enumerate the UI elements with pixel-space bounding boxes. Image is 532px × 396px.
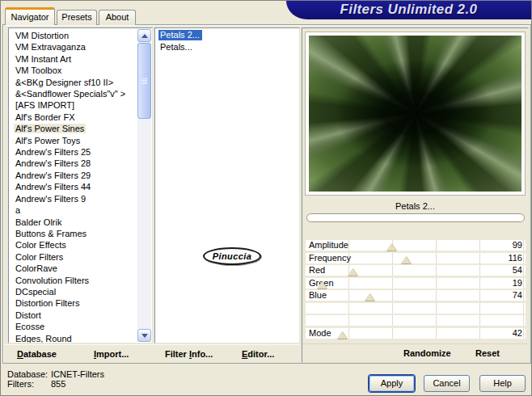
main-toolbar: Database Import... Filter Info... Editor… [4, 344, 300, 363]
category-list: VM DistortionVM ExtravaganzaVM Instant A… [9, 30, 137, 343]
slider-thumb[interactable] [348, 268, 357, 276]
reset-button[interactable]: Reset [475, 344, 500, 362]
category-list-item[interactable]: Andrew's Filters 28 [9, 158, 137, 169]
tab-about[interactable]: About [99, 10, 136, 25]
category-list-item[interactable]: Alf's Border FX [9, 112, 137, 123]
label-part: atabase [23, 349, 57, 359]
scroll-down-button[interactable] [137, 329, 151, 342]
apply-button[interactable]: Apply [369, 375, 415, 392]
scrollbar-thumb[interactable] [137, 43, 151, 119]
slider-row-frequency[interactable]: Frequency116 [306, 253, 526, 263]
category-list-item[interactable]: Andrew's Filters 29 [9, 170, 137, 181]
tab-navigator-label: Navigator [11, 12, 49, 22]
preview-filter-name: Petals 2... [302, 201, 528, 211]
database-button[interactable]: Database [17, 345, 57, 363]
help-button[interactable]: Help [479, 375, 526, 392]
arrow-up-icon [141, 34, 148, 38]
category-list-item[interactable]: Andrew's Filters 25 [9, 146, 137, 158]
category-list-item[interactable]: DCspecial [9, 286, 137, 297]
slider-row-red[interactable]: Red54 [306, 265, 526, 276]
status-bar: Database:ICNET-Filters Filters:855 Apply… [1, 365, 531, 396]
cancel-button[interactable]: Cancel [424, 375, 470, 392]
navigator-tab-panel: VM DistortionVM ExtravaganzaVM Instant A… [2, 24, 531, 364]
label-part: mport... [96, 349, 129, 359]
slider-thumb[interactable] [401, 256, 411, 263]
label-part: D [17, 349, 23, 359]
status-filters-value: 855 [51, 379, 65, 389]
title-banner: Filters Unlimited 2.0 [286, 1, 531, 19]
filters-unlimited-window: Filters Unlimited 2.0 Navigator Presets … [0, 0, 532, 396]
category-list-item[interactable]: Distort [9, 310, 137, 321]
tab-navigator[interactable]: Navigator [5, 7, 55, 25]
preview-frame [305, 32, 526, 196]
filter-info-button[interactable]: Filter Info... [165, 345, 213, 363]
category-list-item[interactable]: a [9, 204, 137, 216]
category-list-item[interactable]: ColorRave [9, 263, 137, 274]
tab-presets-label: Presets [61, 12, 91, 22]
category-list-item[interactable]: Alf's Power Toys [9, 135, 137, 146]
progress-bar [306, 213, 525, 222]
slider-row-amplitude[interactable]: Amplitude99 [306, 240, 526, 251]
status-database: Database:ICNET-Filters [7, 369, 104, 379]
category-list-item[interactable]: Color Filters [9, 251, 137, 263]
tab-presets[interactable]: Presets [57, 10, 97, 25]
watermark-label: Pinuccia [213, 251, 251, 261]
filter-preview-image [309, 36, 521, 192]
slider-value: 99 [513, 240, 522, 251]
filter-list: Petals 2...Petals... [155, 29, 299, 53]
arrow-down-icon [141, 334, 148, 338]
label-part: Filter [165, 349, 189, 359]
status-filters-label: Filters: [7, 379, 51, 389]
slider-row-mode[interactable]: Mode42 [306, 328, 526, 339]
category-list-item[interactable]: Andrew's Filters 9 [9, 193, 137, 204]
category-list-item[interactable]: [AFS IMPORT] [9, 99, 137, 111]
slider-thumb[interactable] [365, 293, 374, 301]
category-list-item[interactable]: &<BKg Designer sf10 II> [9, 77, 137, 88]
category-list-item[interactable]: Buttons & Frames [9, 228, 137, 239]
tab-about-label: About [106, 12, 129, 22]
filter-list-item[interactable]: Petals... [155, 41, 299, 53]
slider-stack: Amplitude99Frequency116Red54Green19Blue7… [306, 240, 526, 340]
filter-listbox[interactable]: Petals 2...Petals... [154, 27, 300, 343]
category-list-item[interactable]: Alf's Power Sines [9, 123, 137, 134]
category-list-item[interactable]: VM Distortion [9, 30, 137, 41]
scrollbar-grip-icon [141, 78, 147, 84]
category-list-item[interactable]: VM Extravaganza [9, 41, 137, 53]
slider-row-empty [306, 303, 526, 314]
slider-value: 116 [508, 253, 522, 263]
import-button[interactable]: Import... [94, 345, 129, 363]
category-list-item[interactable]: Distortion Filters [9, 297, 137, 309]
preview-toolbar: Randomize Reset [302, 343, 528, 362]
category-list-item[interactable]: Convolution Filters [9, 275, 137, 286]
filter-list-item[interactable]: Petals 2... [155, 29, 299, 40]
slider-label: Frequency [309, 253, 351, 263]
slider-value: 42 [513, 328, 522, 339]
slider-thumb[interactable] [337, 331, 347, 339]
category-list-item[interactable]: Color Effects [9, 239, 137, 251]
editor-button[interactable]: Editor... [242, 345, 274, 363]
slider-label: Amplitude [309, 240, 348, 251]
category-listbox[interactable]: VM DistortionVM ExtravaganzaVM Instant A… [8, 27, 153, 343]
slider-value: 19 [513, 278, 522, 289]
slider-row-blue[interactable]: Blue74 [306, 290, 526, 301]
slider-thumb[interactable] [317, 281, 327, 289]
category-scrollbar[interactable] [137, 29, 151, 342]
status-filters: Filters:855 [7, 379, 65, 389]
category-list-item[interactable]: Edges, Round [9, 333, 137, 343]
slider-row-empty [306, 315, 526, 326]
slider-value: 74 [513, 290, 522, 301]
category-list-item[interactable]: Balder Olrik [9, 217, 137, 228]
status-database-value: ICNET-Filters [51, 369, 104, 379]
category-list-item[interactable]: VM Instant Art [9, 53, 137, 65]
pinuccia-watermark: Pinuccia [203, 247, 261, 265]
category-list-item[interactable]: Andrew's Filters 44 [9, 181, 137, 192]
category-list-item[interactable]: &<Sandflower Specials"v" > [9, 88, 137, 99]
status-database-label: Database: [7, 369, 51, 379]
randomize-button[interactable]: Randomize [403, 344, 451, 362]
slider-row-green[interactable]: Green19 [306, 278, 526, 289]
scroll-up-button[interactable] [137, 29, 151, 42]
label-part: ditor... [247, 349, 274, 359]
category-list-item[interactable]: Ecosse [9, 321, 137, 332]
slider-thumb[interactable] [386, 243, 396, 251]
category-list-item[interactable]: VM Toolbox [9, 65, 137, 76]
